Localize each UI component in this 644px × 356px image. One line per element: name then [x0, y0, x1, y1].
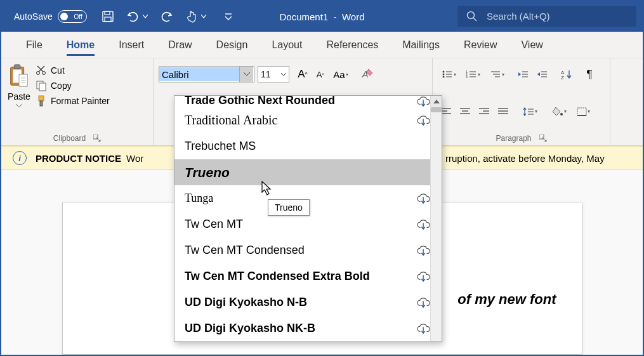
sort-button[interactable]: AZ: [558, 66, 575, 82]
font-list[interactable]: Trade Gothic Next RoundedTraditional Ara…: [174, 96, 442, 341]
bullets-icon: [442, 70, 453, 79]
font-option[interactable]: Traditional Arabic: [174, 107, 442, 133]
svg-point-27: [442, 76, 444, 78]
brush-icon: [36, 95, 47, 107]
borders-button[interactable]: ▾: [572, 103, 594, 120]
svg-rect-8: [14, 65, 20, 69]
font-option[interactable]: Trade Gothic Next Rounded: [174, 96, 442, 107]
font-option-name: UD Digi Kyokasho N-B: [185, 296, 307, 309]
decrease-indent-button[interactable]: [515, 66, 532, 82]
font-option-name: Traditional Arabic: [185, 113, 277, 128]
font-option[interactable]: Trueno: [174, 159, 442, 185]
justify-button[interactable]: [495, 103, 511, 120]
multilevel-icon: [490, 70, 501, 79]
autosave-toggle[interactable]: Off: [58, 10, 87, 23]
scissors-icon: [36, 65, 47, 76]
cloud-download-icon: [416, 115, 431, 126]
qat-customize-button[interactable]: [221, 10, 235, 23]
paragraph-launcher[interactable]: [539, 135, 547, 142]
font-size-dropdown-button[interactable]: [279, 67, 289, 82]
bullets-button[interactable]: ▾: [438, 66, 459, 82]
shading-button[interactable]: ▾: [548, 103, 570, 120]
align-center-icon: [460, 108, 470, 115]
font-size-combo[interactable]: 11: [258, 66, 289, 82]
svg-rect-18: [39, 83, 46, 91]
line-spacing-button[interactable]: ▾: [519, 103, 541, 120]
font-option[interactable]: Tw Cen MT Condensed: [174, 237, 442, 263]
copy-icon: [36, 80, 47, 91]
search-input[interactable]: [487, 11, 614, 22]
toggle-state: Off: [74, 13, 82, 20]
copy-button[interactable]: Copy: [36, 80, 110, 91]
save-button[interactable]: [101, 10, 115, 23]
clipboard-group-label: Clipboard: [53, 134, 86, 143]
paste-button[interactable]: Paste: [6, 62, 32, 109]
svg-text:Z: Z: [561, 75, 564, 79]
font-name-dropdown-button[interactable]: [239, 67, 253, 82]
clear-format-icon: A: [361, 68, 374, 81]
tab-design[interactable]: Design: [204, 32, 260, 58]
undo-dropdown[interactable]: [143, 10, 148, 23]
font-option[interactable]: Trebuchet MS: [174, 133, 442, 159]
titlebar: AutoSave Off Document1 - Word: [1, 1, 643, 32]
clipboard-launcher[interactable]: [93, 135, 101, 142]
grow-font-button[interactable]: A^: [294, 66, 311, 82]
touch-dropdown[interactable]: [201, 10, 206, 23]
font-size-value: 11: [258, 69, 279, 79]
font-option-name: Tw Cen MT Condensed Extra Bold: [185, 270, 370, 283]
tab-review[interactable]: Review: [452, 32, 509, 58]
tab-home[interactable]: Home: [55, 32, 107, 58]
tab-mailings[interactable]: Mailings: [390, 32, 452, 58]
font-option[interactable]: Tw Cen MT Condensed Extra Bold: [174, 263, 442, 289]
svg-point-61: [560, 113, 563, 115]
svg-line-5: [473, 18, 476, 21]
info-icon: i: [13, 151, 27, 165]
font-option-name: Tw Cen MT: [185, 218, 243, 231]
shrink-font-button[interactable]: A^: [312, 66, 329, 82]
font-name-combo[interactable]: [159, 66, 254, 82]
multilevel-list-button[interactable]: ▾: [486, 66, 508, 82]
tab-layout[interactable]: Layout: [260, 32, 314, 58]
tab-file[interactable]: File: [14, 32, 55, 58]
format-painter-button[interactable]: Format Painter: [36, 95, 110, 107]
clipboard-group: Paste Cut Copy: [1, 58, 154, 145]
touch-mode-button[interactable]: [185, 10, 199, 23]
show-marks-button[interactable]: ¶: [581, 66, 598, 82]
font-option[interactable]: UD Digi Kyokasho NK-B: [174, 315, 442, 341]
tab-insert[interactable]: Insert: [107, 32, 156, 58]
svg-rect-19: [39, 96, 44, 101]
svg-rect-62: [577, 108, 586, 115]
font-option-name: Tunga: [185, 192, 213, 205]
change-case-button[interactable]: Aa▾: [330, 66, 352, 82]
scroll-thumb[interactable]: [431, 107, 442, 112]
increase-indent-icon: [537, 70, 548, 79]
redo-button[interactable]: [159, 10, 173, 23]
undo-button[interactable]: [126, 10, 140, 23]
scroll-up-button[interactable]: [431, 96, 442, 107]
font-dropdown-scrollbar[interactable]: [430, 96, 442, 341]
numbering-button[interactable]: 123▾: [462, 66, 483, 82]
cloud-download-icon: [416, 219, 431, 230]
sort-icon: AZ: [561, 69, 572, 79]
svg-point-23: [442, 71, 444, 73]
svg-rect-2: [105, 17, 111, 22]
svg-point-4: [468, 11, 475, 18]
svg-line-16: [37, 66, 43, 72]
tab-view[interactable]: View: [509, 32, 555, 58]
search-box[interactable]: [457, 6, 636, 27]
clear-formatting-button[interactable]: A: [359, 66, 376, 82]
increase-indent-button[interactable]: [534, 66, 551, 82]
cut-button[interactable]: Cut: [36, 65, 110, 76]
align-right-button[interactable]: [476, 103, 492, 120]
font-dropdown: Trade Gothic Next RoundedTraditional Ara…: [174, 95, 442, 342]
font-name-input[interactable]: [159, 67, 239, 81]
font-option[interactable]: UD Digi Kyokasho N-B: [174, 289, 442, 315]
font-option-name: Trade Gothic Next Rounded: [185, 96, 335, 107]
tab-draw[interactable]: Draw: [156, 32, 204, 58]
font-option-name: Trebuchet MS: [185, 140, 256, 153]
decrease-indent-icon: [518, 70, 529, 79]
tab-references[interactable]: References: [314, 32, 390, 58]
align-center-button[interactable]: [457, 103, 473, 120]
paragraph-group: ▾ 123▾ ▾ AZ ¶: [433, 58, 610, 145]
copy-label: Copy: [51, 81, 72, 91]
